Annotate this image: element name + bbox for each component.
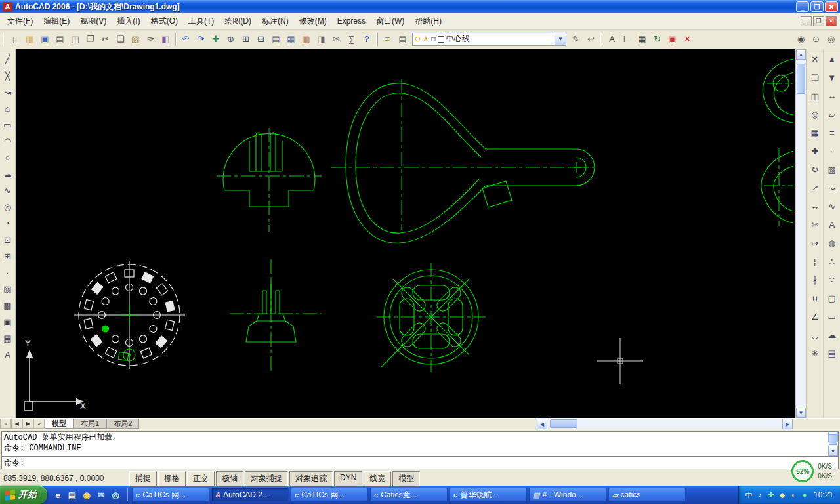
toolbar-button-paste[interactable]: ▨ — [128, 32, 143, 47]
draw-tool-line[interactable]: ╱ — [1, 52, 15, 66]
menu-item[interactable]: 工具(T) — [183, 13, 219, 30]
toolbar-button-plot-preview[interactable]: ◫ — [68, 32, 83, 47]
modify-tool-fillet[interactable]: ◡ — [808, 327, 822, 342]
modify-tool-copy-object[interactable]: ❏ — [808, 70, 822, 85]
toolbar-button-match-properties[interactable]: ✑ — [143, 32, 158, 47]
tab-nav-button[interactable]: ◀ — [11, 419, 22, 429]
modify-tool-rotate[interactable]: ↻ — [808, 162, 822, 177]
menu-item[interactable]: 插入(I) — [112, 13, 145, 30]
quick-launch-messenger[interactable]: ✉ — [95, 489, 107, 501]
mdi-close-button[interactable]: ✕ — [826, 16, 837, 26]
modify-tool-offset[interactable]: ◎ — [808, 107, 822, 121]
modify2-tool-draworder-front[interactable]: ▲ — [825, 52, 839, 66]
menu-item[interactable]: 视图(V) — [75, 13, 112, 30]
draw-tool-make-block[interactable]: ⊞ — [1, 249, 15, 263]
modify-tool-trim[interactable]: ✄ — [808, 217, 822, 232]
toolbar-button-properties[interactable]: ▤ — [268, 32, 284, 47]
v-scroll-track[interactable] — [796, 60, 806, 408]
command-input-line[interactable]: 命令: — [1, 456, 839, 469]
task-button-folder-catics[interactable]: ▱ catics — [608, 488, 686, 502]
layers-tool-layer-properties-manager[interactable]: ≡ — [380, 32, 395, 47]
modify-tool-extend[interactable]: ↦ — [808, 236, 822, 250]
draw-tool-multiline-text[interactable]: A — [1, 347, 15, 362]
draw-tool-hatch[interactable]: ▨ — [1, 282, 15, 296]
toolbar-button-zoom-window[interactable]: ⊞ — [238, 32, 253, 47]
h-scroll-track[interactable] — [547, 419, 782, 429]
modify2-tool-measure[interactable]: ∵ — [825, 272, 839, 287]
scroll-up-button[interactable]: ▲ — [796, 49, 806, 60]
modify2-tool-properties-2[interactable]: ▤ — [825, 346, 839, 360]
tray-icon-monitor[interactable]: ◐ — [789, 491, 798, 499]
menu-item[interactable]: 格式(O) — [146, 13, 183, 30]
modify-tool-break-at-point[interactable]: ¦ — [808, 254, 822, 268]
close-button[interactable]: ✕ — [825, 1, 838, 12]
modify-tool-join[interactable]: ∪ — [808, 291, 822, 305]
snap-tool-snap-to-center[interactable]: ◉ — [793, 32, 808, 47]
modify-tool-move[interactable]: ✚ — [808, 144, 822, 158]
toolbar-button-qnew[interactable]: ▯ — [7, 32, 22, 47]
modify2-tool-draworder-back[interactable]: ▼ — [825, 70, 839, 85]
toolbar-button-sheet-set-manager[interactable]: ◨ — [314, 32, 329, 47]
layout-tab[interactable]: 布局1 — [74, 419, 106, 429]
modify2-tool-edit-polyline[interactable]: ↝ — [825, 180, 839, 195]
task-button-catics-web-1[interactable]: e CaTICs 网... — [132, 488, 209, 502]
tray-icon-network[interactable]: ◆ — [778, 491, 787, 499]
tray-icon-update[interactable]: ● — [800, 491, 809, 499]
toolbar-button-copy[interactable]: ❏ — [113, 32, 128, 47]
layers-tool-layer-previous[interactable]: ↩ — [583, 32, 598, 47]
layers-tool-layer-states[interactable]: ▤ — [395, 32, 410, 47]
modify-tool-mirror[interactable]: ◫ — [808, 89, 822, 103]
toggle-ortho[interactable]: 正交 — [187, 471, 215, 486]
styles-tool-refresh[interactable]: ↻ — [650, 32, 665, 47]
toolbar-button-open[interactable]: ▥ — [22, 32, 37, 47]
layout-tab[interactable]: 模型 — [45, 419, 74, 429]
quick-launch-browser[interactable]: ◎ — [110, 489, 121, 501]
scroll-left-button[interactable]: ◀ — [537, 419, 547, 429]
styles-tool-table-style[interactable]: ▦ — [635, 32, 650, 47]
draw-tool-insert-block[interactable]: ⊡ — [1, 232, 15, 247]
toolbar-button-zoom-previous[interactable]: ⊟ — [253, 32, 268, 47]
toggle-polar[interactable]: 极轴 — [216, 471, 243, 486]
tray-icon-volume[interactable]: ♪ — [755, 491, 765, 499]
modify-tool-explode[interactable]: ✳ — [808, 346, 822, 360]
menu-item[interactable]: 修改(M) — [294, 13, 332, 30]
modify-tool-chamfer[interactable]: ∠ — [808, 309, 822, 324]
tray-icon-ime[interactable]: 中 — [744, 490, 753, 500]
menu-item[interactable]: 帮助(H) — [410, 13, 447, 30]
styles-tool-object-color[interactable]: ▣ — [665, 32, 680, 47]
task-button-puhua[interactable]: e 普华锐航... — [450, 488, 527, 502]
modify2-tool-distance[interactable]: ↔ — [825, 89, 839, 103]
toolbar-button-quickcalc[interactable]: ∑ — [344, 32, 359, 47]
command-scroll-track[interactable] — [828, 442, 838, 446]
toolbar-button-publish[interactable]: ❐ — [83, 32, 98, 47]
toggle-dyn[interactable]: DYN — [334, 471, 362, 486]
toggle-snap[interactable]: 捕捉 — [129, 471, 157, 486]
modify-tool-erase[interactable]: ✕ — [808, 52, 822, 66]
styles-tool-delete-tool[interactable]: ✕ — [680, 32, 695, 47]
toggle-lwt[interactable]: 线宽 — [364, 471, 391, 486]
layers-tool-make-object-layer-current[interactable]: ✎ — [568, 32, 583, 47]
quick-launch-show-desktop[interactable]: ▤ — [66, 489, 78, 501]
modify2-tool-edit-text[interactable]: A — [825, 217, 839, 232]
command-scrollbar[interactable]: ▲ ▼ — [828, 432, 838, 456]
draw-tool-circle[interactable]: ○ — [1, 150, 15, 165]
draw-tool-polyline[interactable]: ↝ — [1, 85, 15, 99]
modify2-tool-revision-cloud-2[interactable]: ☁ — [825, 327, 839, 342]
snap-tool-snap-to-quadrant[interactable]: ◎ — [824, 32, 839, 47]
toolbar-button-tool-palettes[interactable]: ▥ — [299, 32, 314, 47]
quick-launch-internet-explorer[interactable]: e — [52, 489, 64, 501]
toolbar-button-help[interactable]: ? — [359, 32, 374, 47]
toolbar-button-pan-realtime[interactable]: ✚ — [208, 32, 223, 47]
modify2-tool-hatch-edit[interactable]: ▧ — [825, 162, 839, 177]
toolbar-button-plot[interactable]: ▤ — [52, 32, 68, 47]
draw-tool-ellipse[interactable]: ◎ — [1, 200, 15, 214]
tab-nav-button[interactable]: » — [33, 419, 45, 429]
minimize-button[interactable]: _ — [796, 1, 809, 12]
modify2-tool-wipeout[interactable]: ▭ — [825, 309, 839, 324]
modify2-tool-divide[interactable]: ∴ — [825, 254, 839, 268]
tray-icon-antivirus[interactable]: ✚ — [766, 491, 776, 499]
toolbar-button-zoom-realtime[interactable]: ⊕ — [223, 32, 238, 47]
menu-item[interactable]: 标注(N) — [257, 13, 294, 30]
quick-launch-media-player[interactable]: ◉ — [81, 489, 93, 501]
tab-nav-button[interactable]: « — [0, 419, 11, 429]
